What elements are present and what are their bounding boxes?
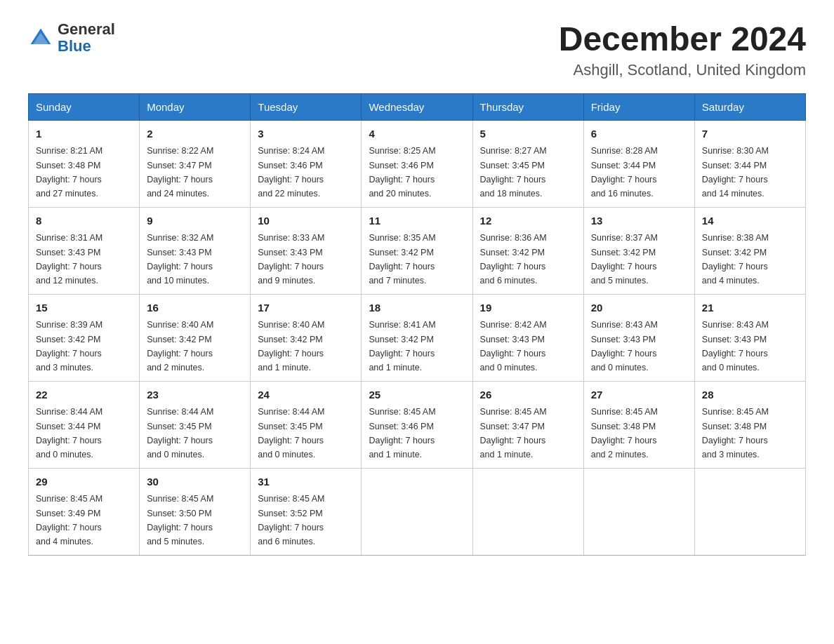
header: General Blue December 2024 Ashgill, Scot… (28, 21, 806, 79)
table-row (472, 468, 583, 555)
table-row: 31Sunrise: 8:45 AMSunset: 3:52 PMDayligh… (251, 468, 362, 555)
day-info: Sunrise: 8:28 AMSunset: 3:44 PMDaylight:… (591, 146, 658, 199)
day-info: Sunrise: 8:40 AMSunset: 3:42 PMDaylight:… (147, 320, 213, 373)
day-info: Sunrise: 8:43 AMSunset: 3:43 PMDaylight:… (591, 320, 658, 373)
day-number: 5 (480, 126, 576, 142)
calendar-week-3: 15Sunrise: 8:39 AMSunset: 3:42 PMDayligh… (29, 294, 806, 381)
table-row (362, 468, 472, 555)
table-row: 29Sunrise: 8:45 AMSunset: 3:49 PMDayligh… (29, 468, 140, 555)
day-number: 6 (591, 126, 687, 142)
calendar-week-2: 8Sunrise: 8:31 AMSunset: 3:43 PMDaylight… (29, 207, 806, 294)
table-row: 16Sunrise: 8:40 AMSunset: 3:42 PMDayligh… (140, 294, 251, 381)
col-tuesday: Tuesday (251, 93, 362, 120)
day-number: 18 (369, 300, 465, 316)
table-row: 20Sunrise: 8:43 AMSunset: 3:43 PMDayligh… (583, 294, 694, 381)
logo-general-text: General (58, 21, 115, 38)
table-row: 27Sunrise: 8:45 AMSunset: 3:48 PMDayligh… (583, 381, 694, 468)
day-info: Sunrise: 8:31 AMSunset: 3:43 PMDaylight:… (36, 233, 102, 286)
day-number: 14 (702, 213, 798, 229)
logo-icon (28, 25, 53, 51)
day-number: 4 (369, 126, 465, 142)
day-info: Sunrise: 8:37 AMSunset: 3:42 PMDaylight:… (591, 233, 658, 286)
day-info: Sunrise: 8:27 AMSunset: 3:45 PMDaylight:… (480, 146, 547, 199)
day-info: Sunrise: 8:22 AMSunset: 3:47 PMDaylight:… (147, 146, 213, 199)
table-row: 24Sunrise: 8:44 AMSunset: 3:45 PMDayligh… (251, 381, 362, 468)
calendar-week-5: 29Sunrise: 8:45 AMSunset: 3:49 PMDayligh… (29, 468, 806, 555)
table-row: 1Sunrise: 8:21 AMSunset: 3:48 PMDaylight… (29, 120, 140, 207)
day-info: Sunrise: 8:44 AMSunset: 3:44 PMDaylight:… (36, 407, 102, 459)
table-row: 17Sunrise: 8:40 AMSunset: 3:42 PMDayligh… (251, 294, 362, 381)
day-info: Sunrise: 8:45 AMSunset: 3:48 PMDaylight:… (591, 407, 658, 459)
day-number: 16 (147, 300, 243, 316)
logo: General Blue (28, 21, 115, 55)
table-row: 22Sunrise: 8:44 AMSunset: 3:44 PMDayligh… (29, 381, 140, 468)
day-info: Sunrise: 8:24 AMSunset: 3:46 PMDaylight:… (258, 146, 324, 199)
day-info: Sunrise: 8:30 AMSunset: 3:44 PMDaylight:… (702, 146, 769, 199)
day-info: Sunrise: 8:45 AMSunset: 3:48 PMDaylight:… (702, 407, 769, 459)
day-number: 31 (258, 474, 354, 490)
location-title: Ashgill, Scotland, United Kingdom (559, 61, 806, 79)
day-number: 12 (480, 213, 576, 229)
day-info: Sunrise: 8:45 AMSunset: 3:49 PMDaylight:… (36, 494, 102, 546)
table-row: 3Sunrise: 8:24 AMSunset: 3:46 PMDaylight… (251, 120, 362, 207)
table-row: 5Sunrise: 8:27 AMSunset: 3:45 PMDaylight… (472, 120, 583, 207)
day-number: 28 (702, 387, 798, 403)
day-info: Sunrise: 8:44 AMSunset: 3:45 PMDaylight:… (147, 407, 213, 459)
day-number: 29 (36, 474, 132, 490)
table-row: 26Sunrise: 8:45 AMSunset: 3:47 PMDayligh… (472, 381, 583, 468)
day-info: Sunrise: 8:42 AMSunset: 3:43 PMDaylight:… (480, 320, 547, 373)
day-number: 30 (147, 474, 243, 490)
table-row: 14Sunrise: 8:38 AMSunset: 3:42 PMDayligh… (694, 207, 805, 294)
table-row: 10Sunrise: 8:33 AMSunset: 3:43 PMDayligh… (251, 207, 362, 294)
day-info: Sunrise: 8:32 AMSunset: 3:43 PMDaylight:… (147, 233, 213, 286)
day-info: Sunrise: 8:25 AMSunset: 3:46 PMDaylight:… (369, 146, 435, 199)
table-row: 4Sunrise: 8:25 AMSunset: 3:46 PMDaylight… (362, 120, 472, 207)
day-number: 15 (36, 300, 132, 316)
day-info: Sunrise: 8:45 AMSunset: 3:50 PMDaylight:… (147, 494, 213, 546)
day-info: Sunrise: 8:39 AMSunset: 3:42 PMDaylight:… (36, 320, 102, 373)
day-number: 1 (36, 126, 132, 142)
col-friday: Friday (583, 93, 694, 120)
day-number: 25 (369, 387, 465, 403)
table-row: 25Sunrise: 8:45 AMSunset: 3:46 PMDayligh… (362, 381, 472, 468)
day-number: 26 (480, 387, 576, 403)
day-number: 21 (702, 300, 798, 316)
table-row (694, 468, 805, 555)
day-info: Sunrise: 8:45 AMSunset: 3:46 PMDaylight:… (369, 407, 435, 459)
table-row: 11Sunrise: 8:35 AMSunset: 3:42 PMDayligh… (362, 207, 472, 294)
calendar-week-4: 22Sunrise: 8:44 AMSunset: 3:44 PMDayligh… (29, 381, 806, 468)
day-info: Sunrise: 8:36 AMSunset: 3:42 PMDaylight:… (480, 233, 547, 286)
day-number: 24 (258, 387, 354, 403)
day-info: Sunrise: 8:33 AMSunset: 3:43 PMDaylight:… (258, 233, 324, 286)
table-row: 8Sunrise: 8:31 AMSunset: 3:43 PMDaylight… (29, 207, 140, 294)
day-info: Sunrise: 8:21 AMSunset: 3:48 PMDaylight:… (36, 146, 102, 199)
day-number: 2 (147, 126, 243, 142)
day-info: Sunrise: 8:44 AMSunset: 3:45 PMDaylight:… (258, 407, 324, 459)
day-number: 22 (36, 387, 132, 403)
day-info: Sunrise: 8:45 AMSunset: 3:47 PMDaylight:… (480, 407, 547, 459)
logo-text: General Blue (58, 21, 115, 55)
table-row: 2Sunrise: 8:22 AMSunset: 3:47 PMDaylight… (140, 120, 251, 207)
day-number: 13 (591, 213, 687, 229)
logo-blue-text: Blue (58, 38, 115, 55)
day-info: Sunrise: 8:43 AMSunset: 3:43 PMDaylight:… (702, 320, 769, 373)
day-number: 11 (369, 213, 465, 229)
table-row: 21Sunrise: 8:43 AMSunset: 3:43 PMDayligh… (694, 294, 805, 381)
table-row: 23Sunrise: 8:44 AMSunset: 3:45 PMDayligh… (140, 381, 251, 468)
day-info: Sunrise: 8:40 AMSunset: 3:42 PMDaylight:… (258, 320, 324, 373)
day-info: Sunrise: 8:41 AMSunset: 3:42 PMDaylight:… (369, 320, 435, 373)
day-number: 19 (480, 300, 576, 316)
day-number: 3 (258, 126, 354, 142)
table-row: 19Sunrise: 8:42 AMSunset: 3:43 PMDayligh… (472, 294, 583, 381)
day-number: 23 (147, 387, 243, 403)
table-row: 28Sunrise: 8:45 AMSunset: 3:48 PMDayligh… (694, 381, 805, 468)
table-row: 6Sunrise: 8:28 AMSunset: 3:44 PMDaylight… (583, 120, 694, 207)
day-number: 17 (258, 300, 354, 316)
col-monday: Monday (140, 93, 251, 120)
table-row: 13Sunrise: 8:37 AMSunset: 3:42 PMDayligh… (583, 207, 694, 294)
col-wednesday: Wednesday (362, 93, 472, 120)
table-row: 7Sunrise: 8:30 AMSunset: 3:44 PMDaylight… (694, 120, 805, 207)
day-number: 9 (147, 213, 243, 229)
day-info: Sunrise: 8:38 AMSunset: 3:42 PMDaylight:… (702, 233, 769, 286)
col-sunday: Sunday (29, 93, 140, 120)
